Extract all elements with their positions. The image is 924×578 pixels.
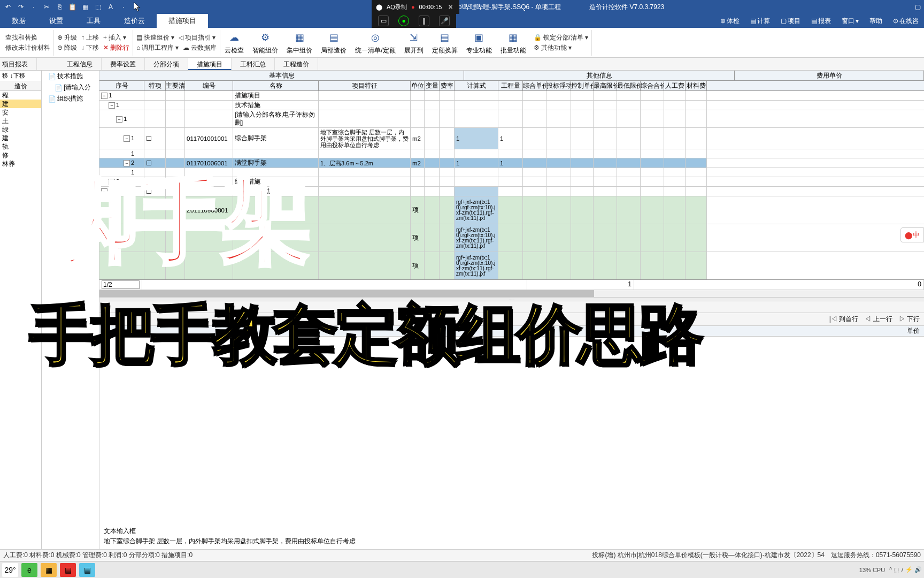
menu-check[interactable]: ⊕体检 bbox=[715, 14, 745, 28]
cell[interactable] bbox=[319, 101, 411, 110]
cell[interactable] bbox=[185, 187, 233, 196]
cell[interactable] bbox=[440, 187, 455, 196]
cell[interactable] bbox=[233, 168, 319, 177]
menu-window[interactable]: 窗口▾ bbox=[836, 14, 864, 28]
cell[interactable] bbox=[440, 110, 455, 127]
cell[interactable] bbox=[319, 110, 411, 127]
cell[interactable] bbox=[185, 252, 233, 279]
cell[interactable]: − bbox=[99, 187, 144, 196]
nav-prev[interactable]: ◁ 上一行 bbox=[865, 315, 892, 324]
table-row[interactable]: −1技术措施 bbox=[99, 101, 924, 110]
cell[interactable] bbox=[319, 91, 411, 100]
cell[interactable] bbox=[664, 128, 686, 149]
cell[interactable] bbox=[411, 187, 425, 196]
cell[interactable] bbox=[411, 168, 425, 177]
lp-item[interactable]: 绿 bbox=[0, 125, 41, 134]
table-row[interactable]: 项rgf+jxf-zm(tx:10).rgf-zm(tx:10).jxf-zm(… bbox=[99, 252, 924, 279]
h-scrollbar[interactable] bbox=[99, 290, 924, 297]
subtab-report[interactable]: 项目报表 bbox=[0, 58, 37, 70]
cell[interactable] bbox=[455, 177, 498, 186]
cell[interactable] bbox=[99, 224, 144, 252]
cell[interactable]: 1、层高3.6m～5.2m bbox=[319, 158, 411, 168]
cell[interactable]: 技术措施 bbox=[233, 101, 319, 110]
use-library-button[interactable]: ⌂调用工程库▾ bbox=[136, 43, 179, 52]
cell[interactable] bbox=[455, 91, 498, 100]
cell[interactable] bbox=[686, 196, 707, 224]
browser-icon[interactable]: e bbox=[21, 563, 37, 577]
cell[interactable] bbox=[425, 158, 440, 168]
col-bh[interactable]: 编号 bbox=[185, 81, 233, 90]
table-row[interactable]: 3Z01110900801项rgf+jxf-zm(tx:10).rgf-zm(t… bbox=[99, 196, 924, 224]
cell[interactable]: 项 bbox=[411, 196, 425, 224]
cell[interactable] bbox=[686, 101, 707, 110]
table-row[interactable]: 1 bbox=[99, 149, 924, 158]
menu-project[interactable]: ▢项目 bbox=[775, 14, 806, 28]
cell[interactable] bbox=[498, 110, 523, 127]
cell[interactable] bbox=[571, 177, 594, 186]
cell[interactable] bbox=[440, 91, 455, 100]
lp-item[interactable]: 土 bbox=[0, 117, 41, 125]
down-button[interactable]: ↓下移 bbox=[10, 72, 25, 80]
cell[interactable] bbox=[617, 149, 641, 158]
link-icon[interactable]: ⬚ bbox=[93, 2, 103, 12]
cell[interactable]: m2 bbox=[411, 128, 425, 149]
cell[interactable] bbox=[166, 196, 185, 224]
cell[interactable] bbox=[571, 224, 594, 252]
cell[interactable] bbox=[523, 149, 546, 158]
cell[interactable] bbox=[425, 110, 440, 127]
cell[interactable] bbox=[425, 91, 440, 100]
cell[interactable] bbox=[144, 196, 166, 224]
cell[interactable] bbox=[546, 149, 571, 158]
record-icon[interactable]: ● bbox=[398, 16, 409, 26]
cell[interactable] bbox=[523, 110, 546, 127]
cell[interactable] bbox=[425, 252, 440, 279]
cell[interactable] bbox=[617, 224, 641, 252]
cell[interactable] bbox=[641, 168, 664, 177]
cloud-check-button[interactable]: ☁云检查 bbox=[220, 30, 248, 55]
cell[interactable] bbox=[686, 158, 707, 168]
table-row[interactable]: −1措施项目 bbox=[99, 91, 924, 101]
cell[interactable] bbox=[166, 128, 185, 149]
grid-body[interactable]: −1措施项目−1技术措施−1[请输入分部名称,电子评标勿删]−1☐0117010… bbox=[99, 91, 924, 279]
quota-button[interactable]: ▤定额换算 bbox=[428, 30, 462, 55]
tree-node[interactable]: 📄技术措施 bbox=[42, 71, 99, 82]
cell[interactable] bbox=[411, 149, 425, 158]
batch-func-button[interactable]: ▦批量功能 bbox=[496, 30, 530, 55]
menu-measures[interactable]: 措施项目 bbox=[157, 14, 208, 28]
table-row[interactable]: −2☐011701006001满堂脚手架1、层高3.6m～5.2mm211 bbox=[99, 158, 924, 168]
cell[interactable] bbox=[498, 187, 523, 196]
cell[interactable] bbox=[617, 168, 641, 177]
cell[interactable]: 综合脚手架 bbox=[233, 128, 319, 149]
cell[interactable]: ☐ bbox=[144, 187, 166, 196]
cell[interactable] bbox=[411, 110, 425, 127]
col-seq[interactable]: 序号 bbox=[99, 81, 144, 90]
cell[interactable] bbox=[641, 224, 664, 252]
cell[interactable] bbox=[425, 196, 440, 224]
cell[interactable] bbox=[686, 168, 707, 177]
cell[interactable] bbox=[571, 149, 594, 158]
sum-field-a[interactable] bbox=[102, 280, 140, 289]
cell[interactable] bbox=[425, 149, 440, 158]
cell[interactable] bbox=[440, 177, 455, 186]
cell[interactable] bbox=[594, 196, 617, 224]
cell[interactable] bbox=[664, 187, 686, 196]
cell[interactable] bbox=[641, 128, 664, 149]
col-mc[interactable]: 名称 bbox=[233, 81, 319, 90]
cell[interactable]: 措施项目 bbox=[233, 91, 319, 100]
cell[interactable] bbox=[571, 101, 594, 110]
lp-item[interactable]: 建 bbox=[0, 100, 41, 108]
paste-icon[interactable]: 📋 bbox=[67, 2, 77, 12]
cell[interactable] bbox=[166, 252, 185, 279]
cell[interactable] bbox=[144, 149, 166, 158]
screen-icon[interactable]: ▭ bbox=[378, 16, 389, 26]
cell[interactable] bbox=[594, 128, 617, 149]
cell[interactable] bbox=[664, 91, 686, 100]
cell[interactable] bbox=[546, 187, 571, 196]
cell[interactable] bbox=[664, 110, 686, 127]
cell[interactable] bbox=[617, 252, 641, 279]
col-gcl[interactable]: 工程量 bbox=[498, 81, 523, 90]
cell[interactable] bbox=[641, 101, 664, 110]
cell[interactable] bbox=[319, 252, 411, 279]
col-kz[interactable]: 控制单价 bbox=[571, 81, 594, 90]
cell[interactable] bbox=[571, 168, 594, 177]
